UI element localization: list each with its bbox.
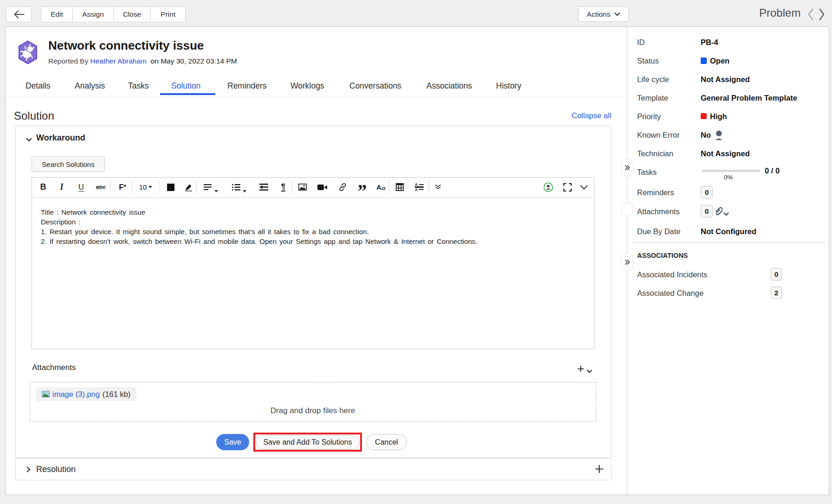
svg-text:A: A (415, 183, 418, 187)
svg-text:A: A (415, 187, 418, 191)
